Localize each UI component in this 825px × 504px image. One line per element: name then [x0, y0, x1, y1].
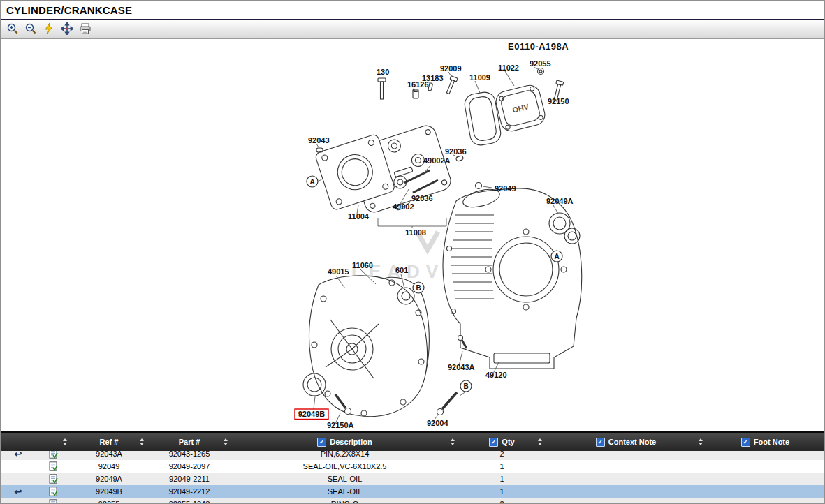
part-label-49015[interactable]: 49015 [328, 267, 349, 276]
cell-ref: 92055 [71, 500, 147, 504]
part-label-92043[interactable]: 92043 [308, 136, 330, 144]
table-row[interactable]: 92043A 92043-1265 PIN,6.2X8X14 2 [1, 451, 824, 460]
part-label-92004[interactable]: 92004 [427, 419, 448, 427]
part-label-49002A[interactable]: 49002A [423, 156, 451, 165]
cell-part: 92049-2212 [147, 487, 231, 496]
sort-icon[interactable] [538, 438, 542, 445]
cell-qty: 2 [458, 500, 546, 504]
zoom-in-button[interactable] [5, 22, 20, 37]
table-row[interactable]: 92055 92055-1343 RING-O 2 [1, 498, 824, 504]
parts-table-viewport[interactable]: 92043A 92043-1265 PIN,6.2X8X14 2 92049 9… [1, 451, 824, 504]
part-label-49002[interactable]: 49002 [393, 202, 414, 211]
part-label-11008[interactable]: 11008 [405, 228, 426, 237]
svg-text:B: B [416, 284, 421, 292]
pan-button[interactable] [59, 22, 75, 37]
part-label-11022[interactable]: 11022 [498, 64, 519, 72]
part-header-label: Part # [179, 438, 200, 446]
bolt-92009-drawing [445, 76, 458, 95]
sort-icon[interactable] [451, 438, 455, 445]
part-label-130[interactable]: 130 [377, 68, 389, 76]
part-label-92043A[interactable]: 92043A [448, 363, 475, 371]
print-button[interactable] [78, 22, 93, 37]
diagram-toolbar [1, 20, 824, 39]
part-label-92055[interactable]: 92055 [530, 59, 551, 68]
row-notes-icon[interactable] [49, 451, 58, 459]
highlighted-part-label[interactable]: 92049B [295, 409, 328, 420]
cell-ref: 92049B [71, 487, 147, 496]
part-label-92049A[interactable]: 92049A [546, 197, 574, 205]
row-notes-icon[interactable] [49, 499, 58, 504]
row-notes-icon[interactable] [49, 461, 58, 471]
part-label-49120[interactable]: 49120 [485, 371, 507, 379]
parts-table-header: Ref # Part # Description Qty Context Not… [1, 433, 824, 451]
part-label-92009[interactable]: 92009 [440, 64, 462, 73]
table-row[interactable]: 92049A 92049-2211 SEAL-OIL 1 [1, 473, 824, 485]
svg-text:A: A [554, 253, 559, 260]
lifter-16126-drawing [413, 89, 418, 99]
sort-icon[interactable] [140, 438, 144, 445]
part-label-92150A[interactable]: 92150A [327, 421, 354, 429]
column-header-part[interactable]: Part # [147, 433, 231, 451]
column-header-description[interactable]: Description [231, 433, 458, 451]
cell-desc: PIN,6.2X8X14 [231, 451, 458, 458]
column-header-ref[interactable]: Ref # [71, 433, 147, 451]
part-label-601[interactable]: 601 [395, 266, 408, 274]
cell-desc: SEAL-OIL [231, 487, 458, 496]
cell-desc: SEAL-OIL [231, 475, 458, 483]
bolt-130-drawing [378, 78, 386, 99]
zoom-in-icon [6, 22, 19, 37]
qty-checkbox[interactable] [489, 438, 498, 447]
plug-92049-drawing [476, 183, 482, 189]
part-label-16126[interactable]: 16126 [407, 80, 429, 89]
part-label-92036-upper[interactable]: 92036 [445, 147, 467, 156]
diagram-area: LEADVENTURE [1, 39, 824, 431]
parts-catalog-window: CYLINDER/CRANKCASE [0, 0, 825, 504]
cell-qty: 1 [458, 487, 546, 496]
foot-note-checkbox[interactable] [741, 438, 750, 447]
sort-icon[interactable] [224, 438, 228, 445]
context-note-checkbox[interactable] [596, 438, 605, 447]
page-title: CYLINDER/CRANKCASE [6, 4, 132, 16]
diagram-code: E0110-A198A [508, 41, 569, 52]
cell-ref: 92049A [71, 475, 147, 483]
cell-ref: 92043A [71, 451, 147, 458]
zoom-out-button[interactable] [23, 22, 38, 37]
part-label-92150[interactable]: 92150 [548, 97, 569, 105]
part-label-92049B: 92049B [298, 410, 326, 418]
table-row[interactable]: 92049 92049-2097 SEAL-OIL,VC-6X10X2.5 1 [1, 460, 824, 473]
sort-icon[interactable] [699, 438, 703, 445]
part-label-92049[interactable]: 92049 [495, 184, 516, 193]
dynamic-zoom-button[interactable] [41, 22, 57, 37]
cell-part: 92055-1343 [147, 500, 231, 504]
row-back-arrow-icon[interactable] [15, 487, 22, 496]
cover-49015-drawing [309, 276, 427, 417]
exploded-diagram: LEADVENTURE [1, 39, 824, 431]
printer-icon [79, 22, 92, 37]
description-checkbox[interactable] [317, 438, 326, 447]
cell-part: 92043-1265 [147, 451, 231, 458]
bolt-92004-drawing [437, 392, 458, 415]
row-notes-icon[interactable] [49, 474, 58, 484]
column-header-qty[interactable]: Qty [458, 433, 546, 451]
cell-qty: 1 [458, 475, 546, 483]
part-label-11060[interactable]: 11060 [352, 261, 373, 269]
column-header-foot-note[interactable]: Foot Note [706, 433, 824, 451]
zoom-out-icon [24, 22, 37, 37]
row-notes-icon[interactable] [49, 487, 58, 496]
column-header-icon [36, 433, 71, 451]
parts-table-rows: 92043A 92043-1265 PIN,6.2X8X14 2 92049 9… [1, 451, 824, 504]
cell-part: 92049-2097 [147, 462, 231, 470]
sort-icon[interactable] [63, 438, 67, 445]
foot-note-header-label: Foot Note [754, 438, 789, 446]
part-label-92036-lower[interactable]: 92036 [411, 194, 433, 202]
svg-text:B: B [463, 383, 468, 390]
svg-text:A: A [309, 178, 314, 186]
column-header-arrow [1, 433, 36, 451]
table-row[interactable]: 92049B 92049-2212 SEAL-OIL 1 [1, 485, 824, 498]
column-header-context-note[interactable]: Context Note [546, 433, 706, 451]
row-back-arrow-icon[interactable] [15, 451, 22, 459]
part-label-11004[interactable]: 11004 [348, 212, 370, 221]
part-label-11009[interactable]: 11009 [469, 73, 490, 82]
lightning-icon [43, 22, 55, 37]
engine-drawing [303, 68, 582, 417]
